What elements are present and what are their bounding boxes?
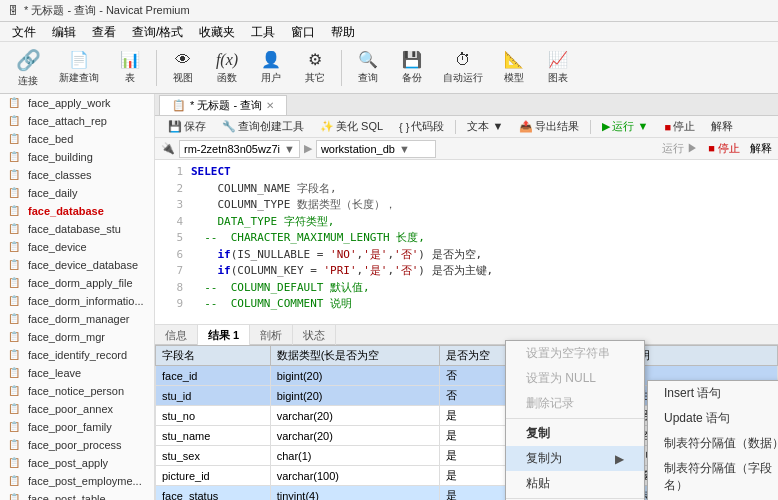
sidebar-item-label: face_bed xyxy=(28,133,73,145)
sidebar-item-face_building[interactable]: 📋 face_building xyxy=(0,148,154,166)
view-btn[interactable]: 👁 视图 xyxy=(163,46,203,90)
query-tab-active[interactable]: 📋 * 无标题 - 查询 ✕ xyxy=(159,95,287,115)
table-small-icon: 📋 xyxy=(8,367,24,379)
ctx-delete-record[interactable]: 删除记录 xyxy=(506,391,644,416)
chart-btn[interactable]: 📈 图表 xyxy=(538,46,578,90)
func-icon: f(x) xyxy=(216,51,238,69)
query-tab-label: * 无标题 - 查询 xyxy=(190,98,262,113)
ctx-label: 复制为 xyxy=(526,450,562,467)
sidebar-item-face_identify_record[interactable]: 📋 face_identify_record xyxy=(0,346,154,364)
explain-btn[interactable]: 解释 xyxy=(704,118,740,136)
res-tab-status[interactable]: 状态 xyxy=(293,325,336,345)
sub-item-tab-data[interactable]: 制表符分隔值（数据） xyxy=(648,431,778,456)
table-small-icon: 📋 xyxy=(8,205,24,217)
arrow-sep2: 运行 ▶ xyxy=(662,141,698,156)
export-btn[interactable]: 📤 导出结果 xyxy=(512,118,586,136)
tab-close-btn[interactable]: ✕ xyxy=(266,100,274,111)
res-tab-profile[interactable]: 剖析 xyxy=(250,325,293,345)
sidebar-item-face_post_employment[interactable]: 📋 face_post_employme... xyxy=(0,472,154,490)
menu-item-文件[interactable]: 文件 xyxy=(4,22,44,42)
sidebar-item-face_post_apply[interactable]: 📋 face_post_apply xyxy=(0,454,154,472)
stop-text: ■ 停止 xyxy=(708,141,740,156)
ctx-copy[interactable]: 复制 xyxy=(506,421,644,446)
sidebar-item-label: face_database xyxy=(28,205,104,217)
sidebar-item-face_dorm_apply_file[interactable]: 📋 face_dorm_apply_file xyxy=(0,274,154,292)
sidebar-item-face_device_database[interactable]: 📋 face_device_database xyxy=(0,256,154,274)
sidebar-item-label: face_classes xyxy=(28,169,92,181)
sidebar-item-face_poor_process[interactable]: 📋 face_poor_process xyxy=(0,436,154,454)
sidebar-item-label: face_identify_record xyxy=(28,349,127,361)
func-label: 函数 xyxy=(217,71,237,85)
backup-btn[interactable]: 💾 备份 xyxy=(392,46,432,90)
user-btn[interactable]: 👤 用户 xyxy=(251,46,291,90)
table-small-icon: 📋 xyxy=(8,439,24,451)
sub-item-tab-fields[interactable]: 制表符分隔值（字段名） xyxy=(648,456,778,498)
sidebar-item-face_dorm_manager[interactable]: 📋 face_dorm_manager xyxy=(0,310,154,328)
sidebar-item-face_database_stu[interactable]: 📋 face_database_stu xyxy=(0,220,154,238)
sidebar-item-face_post_table[interactable]: 📋 face_post_table xyxy=(0,490,154,500)
view-icon: 👁 xyxy=(175,51,191,69)
menu-item-编辑[interactable]: 编辑 xyxy=(44,22,84,42)
query-btn[interactable]: 🔍 查询 xyxy=(348,46,388,90)
ctx-paste[interactable]: 粘贴 xyxy=(506,471,644,496)
cell-type: tinyint(4) xyxy=(270,486,439,501)
sidebar-item-face_apply_work[interactable]: 📋 face_apply_work xyxy=(0,94,154,112)
ctx-set-null[interactable]: 设置为 NULL xyxy=(506,366,644,391)
ctx-set-empty-string[interactable]: 设置为空字符串 xyxy=(506,341,644,366)
res-tab-result1[interactable]: 结果 1 xyxy=(198,325,250,345)
table-btn[interactable]: 📊 表 xyxy=(110,46,150,90)
arrow-sep: ▶ xyxy=(304,142,312,155)
auto-run-btn[interactable]: ⏱ 自动运行 xyxy=(436,46,490,90)
func-btn[interactable]: f(x) 函数 xyxy=(207,46,247,90)
cell-type: varchar(20) xyxy=(270,406,439,426)
connect-btn[interactable]: 🔗 连接 xyxy=(8,46,48,90)
code-editor[interactable]: 1SELECT 2 COLUMN_NAME 字段名, 3 COLUMN_TYPE… xyxy=(155,160,778,325)
sub-item-update[interactable]: Update 语句 xyxy=(648,406,778,431)
sidebar-item-label: face_poor_family xyxy=(28,421,112,433)
sidebar-item-face_notice_person[interactable]: 📋 face_notice_person xyxy=(0,382,154,400)
stop-btn[interactable]: ■ 停止 xyxy=(657,118,702,136)
save-btn[interactable]: 💾 保存 xyxy=(161,118,213,136)
table-small-icon: 📋 xyxy=(8,349,24,361)
code-snippet-btn[interactable]: { } 代码段 xyxy=(392,118,451,136)
menu-item-查看[interactable]: 查看 xyxy=(84,22,124,42)
sidebar-item-face_attach_rep[interactable]: 📋 face_attach_rep xyxy=(0,112,154,130)
code-line-4: 4 DATA_TYPE 字符类型, xyxy=(163,214,770,231)
sidebar-item-face_poor_annex[interactable]: 📋 face_poor_annex xyxy=(0,400,154,418)
run-btn[interactable]: ▶ 运行 ▼ xyxy=(595,118,655,136)
tab-bar: 📋 * 无标题 - 查询 ✕ xyxy=(155,94,778,116)
sidebar-item-face_database[interactable]: 📋 face_database xyxy=(0,202,154,220)
menu-item-查询/格式[interactable]: 查询/格式 xyxy=(124,22,191,42)
db-select[interactable]: workstation_db ▼ xyxy=(316,140,436,158)
text-mode-btn[interactable]: 文本 ▼ xyxy=(460,118,510,136)
other-btn[interactable]: ⚙ 其它 xyxy=(295,46,335,90)
title-bar: 🗄 * 无标题 - 查询 - Navicat Premium xyxy=(0,0,778,22)
beautify-btn[interactable]: ✨ 美化 SQL xyxy=(313,118,390,136)
sidebar-item-face_bed[interactable]: 📋 face_bed xyxy=(0,130,154,148)
user-label: 用户 xyxy=(261,71,281,85)
menu-item-帮助[interactable]: 帮助 xyxy=(323,22,363,42)
sidebar-item-label: face_device_database xyxy=(28,259,138,271)
sidebar-item-face_poor_family[interactable]: 📋 face_poor_family xyxy=(0,418,154,436)
table-small-icon: 📋 xyxy=(8,151,24,163)
code-snippet-icon: { } xyxy=(399,121,409,133)
sidebar-item-face_leave[interactable]: 📋 face_leave xyxy=(0,364,154,382)
query-builder-btn[interactable]: 🔧 查询创建工具 xyxy=(215,118,311,136)
new-query-btn[interactable]: 📄 新建查询 xyxy=(52,46,106,90)
menu-item-工具[interactable]: 工具 xyxy=(243,22,283,42)
sidebar-item-face_classes[interactable]: 📋 face_classes xyxy=(0,166,154,184)
res-tab-info[interactable]: 信息 xyxy=(155,325,198,345)
sidebar-item-face_dorm_mgr[interactable]: 📋 face_dorm_mgr xyxy=(0,328,154,346)
sidebar-item-face_dorm_informatio[interactable]: 📋 face_dorm_informatio... xyxy=(0,292,154,310)
ctx-copy-as[interactable]: 复制为 ▶ xyxy=(506,446,644,471)
table-small-icon: 📋 xyxy=(8,223,24,235)
conn-bar: 🔌 rm-2zetn83n05wz7i ▼ ▶ workstation_db ▼… xyxy=(155,138,778,160)
model-btn[interactable]: 📐 模型 xyxy=(494,46,534,90)
sidebar-item-face_device[interactable]: 📋 face_device xyxy=(0,238,154,256)
sub-item-insert[interactable]: Insert 语句 xyxy=(648,381,778,406)
sidebar-item-face_daily[interactable]: 📋 face_daily xyxy=(0,184,154,202)
menu-item-窗口[interactable]: 窗口 xyxy=(283,22,323,42)
menu-item-收藏夹[interactable]: 收藏夹 xyxy=(191,22,243,42)
table-small-icon: 📋 xyxy=(8,421,24,433)
conn-select[interactable]: rm-2zetn83n05wz7i ▼ xyxy=(179,140,300,158)
